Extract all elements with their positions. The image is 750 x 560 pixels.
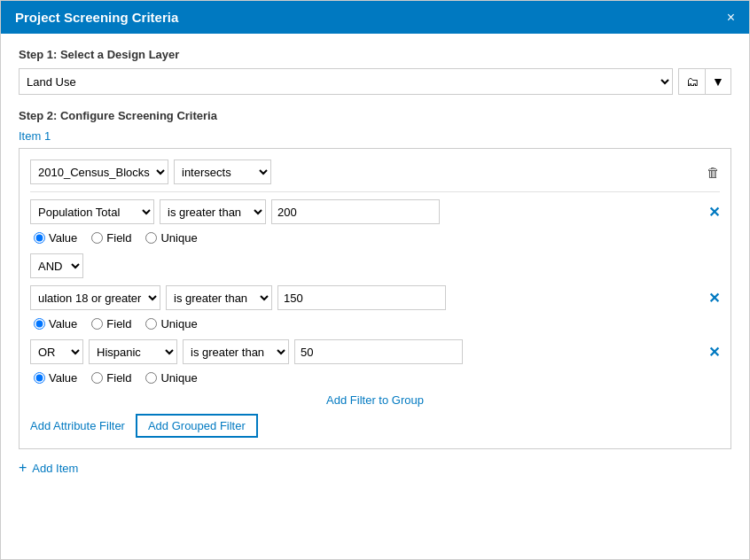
- dialog-header: Project Screening Criteria ×: [1, 1, 749, 34]
- close-button[interactable]: ×: [727, 11, 735, 25]
- filter3-row: OR AND Hispanic is greater than 50 ✕: [30, 339, 720, 364]
- filter3-value-input[interactable]: 50: [294, 339, 463, 364]
- filter2-row: ulation 18 or greater is greater than 15…: [30, 285, 720, 310]
- filter3-operator-select[interactable]: is greater than: [183, 339, 289, 364]
- filter3-remove-icon[interactable]: ✕: [708, 344, 720, 361]
- filter1-remove-icon[interactable]: ✕: [708, 204, 720, 221]
- dialog-title: Project Screening Criteria: [15, 10, 178, 25]
- filter3-radio-value[interactable]: Value: [34, 371, 77, 385]
- filter1-operator-select[interactable]: is greater than: [160, 199, 266, 224]
- filter1-radio-row: Value Field Unique: [34, 231, 720, 245]
- filter1-value-input[interactable]: 200: [271, 199, 440, 224]
- filter3-radio-unique[interactable]: Unique: [145, 371, 197, 385]
- bottom-actions: Add Attribute Filter Add Grouped Filter: [30, 414, 720, 438]
- filter1-row: Population Total is greater than 200 ✕: [30, 199, 720, 224]
- dialog-body: Step 1: Select a Design Layer Land Use R…: [1, 34, 749, 559]
- layer-stack-icon-btn[interactable]: 🗂: [678, 68, 705, 95]
- filter1-radio-field[interactable]: Field: [91, 231, 131, 245]
- filter2-radio-unique[interactable]: Unique: [145, 317, 197, 331]
- top-field-select[interactable]: 2010_Census_Blocks: [30, 159, 168, 184]
- filter2-radio-row: Value Field Unique: [34, 317, 720, 331]
- filter3-conjunction-select[interactable]: OR AND: [30, 339, 83, 364]
- design-layer-row: Land Use Roads Parcels 🗂 ▼: [19, 68, 731, 95]
- project-screening-dialog: Project Screening Criteria × Step 1: Sel…: [0, 0, 750, 560]
- filter2-remove-icon[interactable]: ✕: [708, 290, 720, 307]
- filter2-radio-field[interactable]: Field: [91, 317, 131, 331]
- filter2-radio-value[interactable]: Value: [34, 317, 77, 331]
- filter2-operator-select[interactable]: is greater than: [166, 285, 272, 310]
- filter1-field-select[interactable]: Population Total: [30, 199, 154, 224]
- layer-chevron-icon: ▼: [712, 74, 724, 89]
- filter3-radio-field[interactable]: Field: [91, 371, 131, 385]
- conjunction-row: AND OR: [30, 253, 720, 278]
- filter1-radio-value[interactable]: Value: [34, 231, 77, 245]
- add-attribute-filter-button[interactable]: Add Attribute Filter: [30, 414, 125, 438]
- add-item-row[interactable]: + Add Item: [19, 460, 731, 476]
- filter2-value-input[interactable]: 150: [277, 285, 446, 310]
- step1-label: Step 1: Select a Design Layer: [19, 48, 731, 61]
- conjunction-select[interactable]: AND OR: [30, 253, 83, 278]
- criteria-box: 2010_Census_Blocks intersects 🗑 Populati…: [19, 148, 731, 449]
- filter3-field-select[interactable]: Hispanic: [89, 339, 177, 364]
- top-delete-icon[interactable]: 🗑: [707, 165, 720, 180]
- step2-label: Step 2: Configure Screening Criteria: [19, 109, 731, 122]
- layer-select[interactable]: Land Use Roads Parcels: [19, 68, 673, 95]
- top-filter-row: 2010_Census_Blocks intersects 🗑: [30, 159, 720, 184]
- filter2-field-select[interactable]: ulation 18 or greater: [30, 285, 160, 310]
- top-operator-select[interactable]: intersects: [174, 159, 271, 184]
- add-grouped-filter-button[interactable]: Add Grouped Filter: [136, 414, 258, 438]
- layer-stack-icon: 🗂: [686, 74, 699, 89]
- filter1-radio-unique[interactable]: Unique: [145, 231, 197, 245]
- add-item-plus-icon: +: [19, 460, 27, 476]
- separator1: [30, 191, 720, 192]
- layer-dropdown-icon-btn[interactable]: ▼: [705, 68, 731, 95]
- item1-label: Item 1: [19, 129, 731, 143]
- filter3-radio-row: Value Field Unique: [34, 371, 720, 385]
- layer-icons: 🗂 ▼: [678, 68, 731, 95]
- add-item-label: Add Item: [32, 462, 78, 475]
- add-filter-to-group-link[interactable]: Add Filter to Group: [30, 393, 720, 407]
